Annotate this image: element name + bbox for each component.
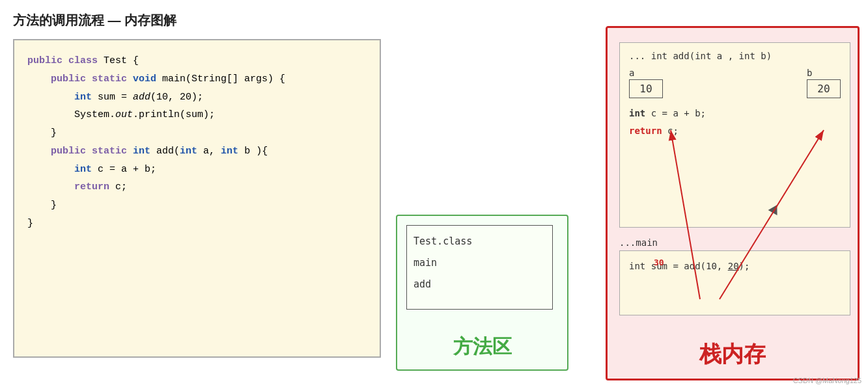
code-line-1: public class Test { [27,52,367,70]
stack-memory-label: 栈内存 [608,340,858,369]
param-b-label: b [807,68,812,78]
add-frame: ... int add(int a , int b) a 10 b 20 int… [619,42,850,228]
method-area-container: Test.class main add 方法区 [396,215,568,371]
code-line-8: return c; [27,178,367,196]
method-area-item-add: add [413,274,546,295]
code-panel: public class Test { public static void m… [13,39,381,358]
watermark: CSDN @MaNong125 [793,377,861,384]
add-code-area: int c = a + b; return c; [629,105,841,139]
method-area-label: 方法区 [397,334,567,360]
page-title: 方法的调用流程 — 内存图解 [13,12,176,29]
param-a-block: a 10 [629,68,663,98]
method-area-item-testclass: Test.class [413,231,546,252]
method-area-item-main: main [413,252,546,274]
code-line-4: System.out.println(sum); [27,106,367,124]
main-code: 30 int sum = add(10, 20); [629,258,841,275]
stack-memory-container: ... int add(int a , int b) a 10 b 20 int… [606,26,860,380]
code-line-7: int c = a + b; [27,161,367,179]
main-frame: 30 int sum = add(10, 20); [619,250,850,315]
param-row: a 10 b 20 [629,68,841,98]
add-frame-title: ... int add(int a , int b) [629,51,841,61]
code-line-6: public static int add(int a, int b ){ [27,142,367,161]
method-area-inner: Test.class main add [406,225,553,310]
add-code-line1: int c = a + b; [629,105,841,122]
param-b-block: b 20 [807,68,841,98]
main-frame-label: ...main [619,237,658,248]
code-line-2: public static void main(String[] args) { [27,70,367,88]
param-a-label: a [629,68,634,78]
add-code-line2: return c; [629,122,841,140]
code-line-9: } [27,196,367,215]
code-line-3: int sum = add(10, 20); [27,88,367,107]
param-b-box: 20 [807,79,841,98]
code-line-10: } [27,215,367,233]
param-a-box: 10 [629,79,663,98]
code-line-5: } [27,124,367,142]
